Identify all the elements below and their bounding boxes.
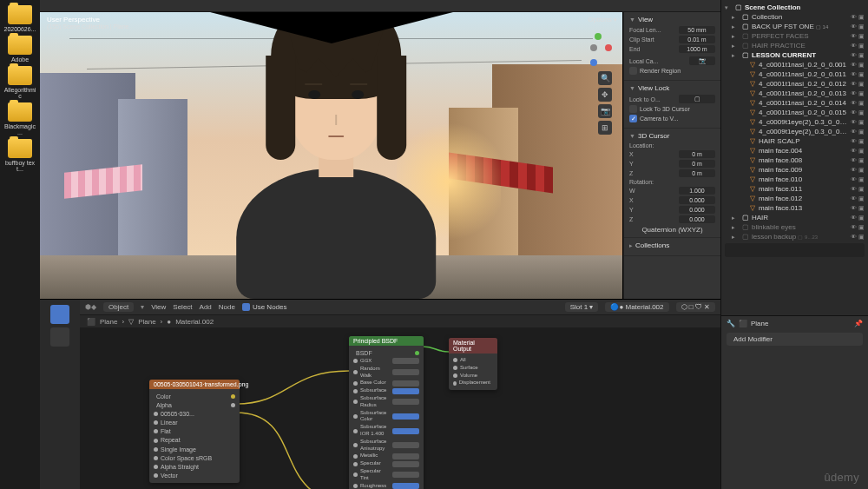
outliner-row[interactable]: ▽main face.010👁▣: [723, 175, 866, 184]
lock-cursor-check[interactable]: Lock To 3D Cursor: [629, 105, 715, 113]
shader-node-menu[interactable]: Node: [219, 303, 235, 311]
use-nodes-check[interactable]: Use Nodes: [242, 303, 287, 311]
outliner-row[interactable]: ▸▢PERFECT FACES👁▣: [723, 31, 866, 41]
outliner-row[interactable]: ▽4_c0009t1eye(2)_0.3_0_0.009👁▣: [723, 127, 866, 136]
properties-panel: 🔧⬛Plane📌 Add Modifier: [721, 315, 868, 489]
image-texture-node[interactable]: 00505·030501043·transformed.png Color Al…: [149, 380, 240, 483]
desktop-folder[interactable]: 20200626...: [3, 5, 37, 32]
outliner-row[interactable]: ▽main face.013👁▣: [723, 203, 866, 213]
outliner-row[interactable]: ▽4_c0001t1nasi_0.2_0_0.001👁▣: [723, 60, 866, 69]
outliner-row[interactable]: ▸▢Collection👁▣: [723, 12, 866, 22]
outliner-row[interactable]: ▽main face.011👁▣: [723, 184, 866, 194]
prop-object-name: Plane: [751, 320, 768, 327]
outliner-row[interactable]: ▸▢LESSON CURRENT👁▣: [723, 50, 866, 60]
outliner-row[interactable]: ▽main face.012👁▣: [723, 194, 866, 203]
outliner-row[interactable]: ▽4_c0001t1nasi_0.2_0_0.012👁▣: [723, 79, 866, 89]
3d-viewport[interactable]: User Perspective (155) Scene Collection …: [40, 12, 623, 299]
nav-gizmo[interactable]: [575, 30, 612, 66]
shader-select-menu[interactable]: Select: [173, 303, 192, 311]
rotation-mode-dropdown[interactable]: Quaternion (WXYZ): [629, 226, 715, 234]
annotate-tool[interactable]: [50, 327, 69, 347]
outliner-row[interactable]: ▸▢HAIR👁▣: [723, 213, 866, 222]
character-model: [223, 38, 449, 299]
cursor-z[interactable]: 0 m: [679, 169, 715, 177]
cursor-header[interactable]: ▼3D Cursor: [629, 132, 715, 140]
shader-object-menu[interactable]: Object: [103, 302, 134, 312]
shader-view-menu[interactable]: View: [151, 303, 166, 311]
shader-header: ⬢◆ Object ▾ View Select Add Node Use Nod…: [80, 300, 720, 315]
slot-dropdown[interactable]: Slot 1 ▾: [565, 302, 599, 312]
outliner-row[interactable]: ▽HAIR SCALP👁▣: [723, 136, 866, 146]
outliner-row[interactable]: ▽4_c0001t1nasi_0.2_0_0.013👁▣: [723, 89, 866, 98]
cursor-x[interactable]: 0 m: [679, 150, 715, 158]
shader-add-menu[interactable]: Add: [200, 303, 212, 311]
watermark-logo: ûdemy: [824, 471, 859, 484]
desktop-folders: 20200626...AdobeAllegorithmicBlackmagic …: [0, 0, 40, 489]
zoom-icon[interactable]: 🔍: [598, 71, 612, 85]
clip-start-input[interactable]: 0.01 m: [679, 36, 715, 43]
lock-object-picker[interactable]: ▢: [679, 95, 715, 103]
desktop-folder[interactable]: Blackmagic ...: [3, 102, 37, 135]
desktop-folder[interactable]: buffboy text...: [3, 139, 37, 172]
cursor-rx[interactable]: 0.000: [679, 196, 715, 204]
viewport-options[interactable]: Options ▾: [588, 16, 617, 23]
outliner-row[interactable]: ▸▢blinkable eyes👁▣: [723, 222, 866, 232]
shader-breadcrumb: ⬛Plane› ▽Plane› ●Material.002: [80, 315, 720, 327]
view-section-header[interactable]: ▼View: [629, 16, 715, 23]
add-modifier-button[interactable]: Add Modifier: [727, 333, 863, 346]
perspective-label: User Perspective: [47, 16, 128, 23]
cursor-y[interactable]: 0 m: [679, 160, 715, 168]
desktop-folder[interactable]: Adobe: [3, 36, 37, 63]
desktop-folder[interactable]: Allegorithmic: [3, 66, 37, 99]
principled-bsdf-node[interactable]: Principled BSDF BSDF GGXRandom WalkBase …: [349, 336, 424, 489]
grid-icon[interactable]: ⊞: [598, 121, 612, 135]
outliner-row[interactable]: ▸▢lesson backup ▢ 9...23👁▣: [723, 232, 866, 241]
outliner-row[interactable]: ▽4_c0001t1nasi_0.2_0_0.015👁▣: [723, 108, 866, 117]
render-region-check[interactable]: Render Region: [629, 67, 715, 75]
main-area: User Perspective (155) Scene Collection …: [40, 0, 720, 489]
cursor-ry[interactable]: 0.000: [679, 206, 715, 214]
outliner-row[interactable]: ▽4_c0009t1eye(2)_0.3_0_0.001👁▣: [723, 117, 866, 127]
cam-to-view-check[interactable]: ✓Camera to V...: [629, 115, 715, 122]
cursor-rz[interactable]: 0.000: [679, 215, 715, 223]
outliner-row[interactable]: ▽4_c0001t1nasi_0.2_0_0.014👁▣: [723, 98, 866, 108]
material-output-node[interactable]: Material Output AllSurfaceVolumeDisplace…: [449, 338, 497, 390]
context-label: (155) Scene Collection | Plane: [47, 23, 128, 30]
clip-end-input[interactable]: 1000 m: [679, 45, 715, 53]
outliner-row[interactable]: ▸▢HAIR PRACTICE👁▣: [723, 41, 866, 50]
viewport-side-tools: 🔍 ✥ 📷 ⊞: [598, 71, 612, 135]
move-icon[interactable]: ✥: [598, 88, 612, 102]
outliner-row[interactable]: ▽main face.009👁▣: [723, 165, 866, 175]
viewport-scene: [40, 12, 622, 299]
collections-header[interactable]: ▸Collections: [629, 241, 715, 249]
top-header-bar: [40, 0, 720, 12]
camera-icon[interactable]: 📷: [598, 104, 612, 118]
viewport-overlay-text: User Perspective (155) Scene Collection …: [47, 16, 128, 30]
camera-frame-top: [210, 12, 453, 43]
right-panel: ▾▢ Scene Collection ▸▢Collection👁▣▸▢BACK…: [720, 0, 868, 489]
local-cam-picker[interactable]: 📷: [689, 56, 715, 65]
node-canvas[interactable]: 00505·030501043·transformed.png Color Al…: [80, 327, 720, 489]
select-tool[interactable]: [50, 305, 69, 324]
outliner-row[interactable]: ▽main face.008👁▣: [723, 155, 866, 165]
outliner-search[interactable]: [725, 243, 865, 257]
outliner[interactable]: ▾▢ Scene Collection ▸▢Collection👁▣▸▢BACK…: [721, 0, 868, 315]
material-buttons[interactable]: ⬡ □ 🛡 ✕: [676, 302, 716, 312]
outliner-row[interactable]: ▽4_c0001t1nasi_0.2_0_0.011👁▣: [723, 69, 866, 79]
cursor-w[interactable]: 1.000: [679, 187, 715, 195]
material-name-field[interactable]: 🔵● Material.002: [605, 302, 668, 312]
outliner-row[interactable]: ▽main face.004👁▣: [723, 146, 866, 155]
focal-length-input[interactable]: 50 mm: [679, 26, 715, 34]
outliner-row[interactable]: ▸▢BACK UP FST ONE ▢ 14👁▣: [723, 22, 866, 31]
n-panel: ▼View Focal Len...50 mm Clip Start0.01 m…: [623, 12, 720, 299]
shader-toolbar: [40, 300, 80, 489]
view-lock-header[interactable]: ▼View Lock: [629, 84, 715, 92]
